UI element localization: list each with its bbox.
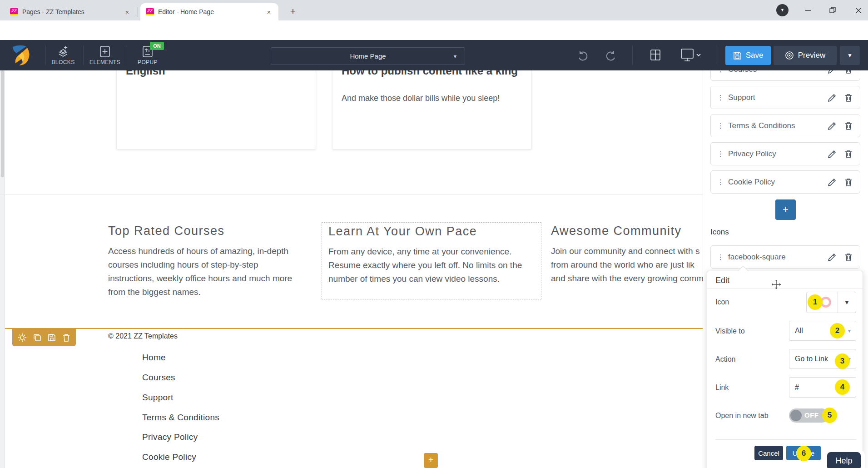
toggle-state-label: OFF [804, 411, 819, 419]
edit-pencil-icon[interactable] [827, 93, 837, 103]
card-title: English [126, 70, 307, 77]
footer-block-highlight [5, 328, 703, 329]
toolbar-divider [632, 45, 633, 65]
gear-icon[interactable] [18, 333, 27, 342]
nav-item-label: Support [728, 93, 821, 102]
nav-item-row[interactable]: ⋮ Terms & Conditions [710, 114, 860, 137]
edit-pencil-icon[interactable] [827, 70, 837, 75]
popup-on-badge: ON [150, 42, 164, 50]
drag-handle-icon[interactable]: ⋮ [717, 178, 722, 186]
restore-button[interactable] [828, 5, 838, 15]
nav-item-row[interactable]: ⋮ Privacy Policy [710, 142, 860, 165]
drag-handle-icon[interactable]: ⋮ [717, 94, 722, 102]
elements-button[interactable]: ELEMENTS [89, 45, 121, 65]
browser-tab-strip: ZZ Pages - ZZ Templates × ZZ Editor - Ho… [0, 0, 868, 20]
plus-box-icon [99, 45, 111, 58]
nav-item-label: Cookie Policy [728, 178, 821, 187]
footer-link-support[interactable]: Support [142, 393, 174, 403]
trash-icon[interactable] [62, 333, 70, 342]
open-new-tab-label: Open in new tab [715, 412, 769, 420]
grid-layout-icon[interactable] [649, 48, 664, 64]
save-button[interactable]: Save [725, 46, 771, 65]
delete-trash-icon[interactable] [843, 177, 853, 187]
duplicate-icon[interactable] [33, 333, 42, 342]
visible-to-select[interactable]: All ▼ [789, 321, 856, 341]
content-card-english[interactable]: English [116, 70, 316, 149]
save-block-icon[interactable] [47, 333, 56, 342]
visible-to-label: Visible to [715, 327, 745, 335]
annotation-badge-5: 5 [822, 408, 837, 423]
delete-trash-icon[interactable] [843, 93, 853, 103]
tab-title: Editor - Home Page [158, 8, 261, 15]
scrollbar-thumb[interactable] [1, 70, 4, 177]
block-toolbar [12, 329, 76, 346]
screen: ZZ Pages - ZZ Templates × ZZ Editor - Ho… [0, 0, 868, 468]
browser-update-icon[interactable]: ▼ [776, 4, 789, 16]
icon-item-row[interactable]: ⋮ facebook-square [710, 245, 860, 269]
edit-pencil-icon[interactable] [827, 252, 837, 262]
footer-link-home[interactable]: Home [142, 353, 166, 363]
footer-link-cookie[interactable]: Cookie Policy [142, 452, 196, 462]
feature-learn-pace-selected[interactable]: Learn At Your Own Pace From any device, … [322, 222, 541, 299]
cancel-button[interactable]: Cancel [754, 446, 783, 460]
newzenler-logo[interactable] [11, 44, 31, 66]
drag-handle-icon[interactable]: ⋮ [717, 122, 722, 130]
minimize-button[interactable] [803, 5, 813, 15]
preview-label: Preview [798, 51, 825, 60]
layers-plus-icon [57, 45, 69, 58]
blocks-button[interactable]: BLOCKS [47, 45, 79, 65]
toolbar-more-dropdown[interactable]: ▼ [840, 46, 860, 65]
drag-handle-icon[interactable]: ⋮ [717, 70, 722, 74]
device-preview-icon[interactable] [680, 48, 703, 64]
help-button[interactable]: Help [827, 452, 861, 468]
page-selector-dropdown[interactable]: Home Page ▾ [271, 47, 465, 65]
add-nav-item-button[interactable]: + [775, 199, 796, 220]
add-block-button[interactable]: + [424, 453, 438, 468]
feature-community[interactable]: Awesome Community Join our community and… [551, 224, 703, 285]
edit-pencil-icon[interactable] [827, 177, 837, 187]
delete-trash-icon[interactable] [843, 252, 853, 262]
feature-title: Awesome Community [551, 224, 703, 238]
chevron-down-icon: ▾ [454, 53, 456, 60]
tab-close-icon[interactable]: × [265, 8, 273, 16]
tab-title: Pages - ZZ Templates [22, 8, 119, 15]
undo-icon[interactable] [576, 49, 590, 63]
content-card-publish[interactable]: How to publish content like a king And m… [332, 70, 532, 149]
delete-trash-icon[interactable] [843, 149, 853, 159]
nav-item-row-partial[interactable]: ⋮ Courses [710, 70, 860, 81]
tab-pages[interactable]: ZZ Pages - ZZ Templates × [5, 3, 137, 20]
nav-item-label: Courses [728, 70, 821, 74]
save-label: Save [746, 51, 764, 60]
section-divider [0, 194, 703, 195]
edit-pencil-icon[interactable] [827, 149, 837, 159]
zz-favicon: ZZ [10, 8, 18, 15]
edit-pencil-icon[interactable] [827, 121, 837, 131]
delete-trash-icon[interactable] [843, 70, 853, 75]
feature-body: Access hundreds of hours of amazing, in-… [108, 244, 299, 299]
icon-item-label: facebook-square [728, 253, 821, 262]
feature-title: Top Rated Courses [108, 224, 299, 238]
icon-field-label: Icon [715, 298, 729, 306]
footer-link-terms[interactable]: Terms & Conditions [142, 413, 219, 423]
drag-handle-icon[interactable]: ⋮ [717, 150, 722, 158]
icons-section-label: Icons [710, 228, 729, 237]
popover-title: Edit [715, 276, 729, 285]
drag-handle-icon[interactable]: ⋮ [717, 253, 722, 261]
footer-link-privacy[interactable]: Privacy Policy [142, 432, 198, 442]
card-title: How to publish content like a king [342, 70, 522, 77]
delete-trash-icon[interactable] [843, 121, 853, 131]
nav-item-row[interactable]: ⋮ Support [710, 86, 860, 109]
canvas-scrollbar[interactable] [0, 70, 5, 468]
preview-button[interactable]: Preview [774, 46, 837, 65]
feature-body-line: and share with the every growing comm [551, 272, 703, 285]
footer-link-courses[interactable]: Courses [142, 373, 175, 383]
feature-top-rated[interactable]: Top Rated Courses Access hundreds of hou… [108, 224, 299, 299]
new-tab-button[interactable]: + [287, 5, 299, 18]
redo-icon[interactable] [604, 49, 618, 63]
close-window-button[interactable] [853, 5, 863, 15]
nav-item-row[interactable]: ⋮ Cookie Policy [710, 170, 860, 194]
tab-close-icon[interactable]: × [123, 8, 131, 16]
feature-body: From any device, any time at your conven… [328, 245, 535, 286]
tab-editor-active[interactable]: ZZ Editor - Home Page × [140, 3, 278, 20]
chevron-down-icon[interactable]: ▼ [838, 292, 856, 313]
